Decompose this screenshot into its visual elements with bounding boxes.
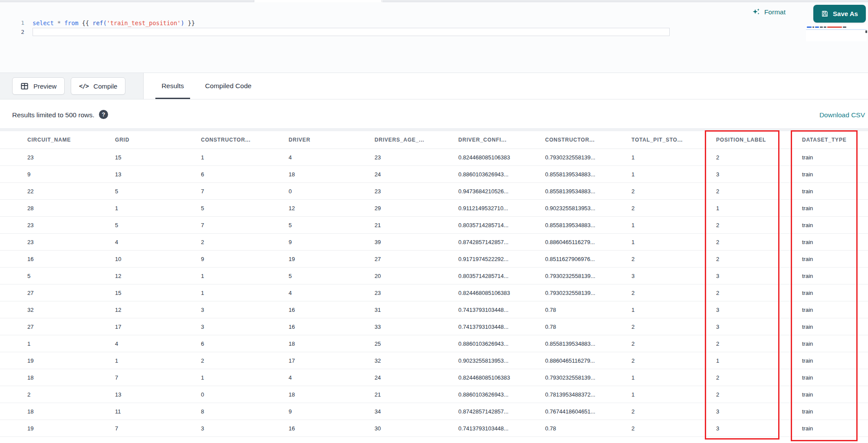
table-cell: 0.7930232558139...	[539, 268, 626, 284]
table-cell: 2	[626, 403, 710, 420]
table-cell: 3	[710, 166, 796, 182]
table-cell: 1	[626, 217, 710, 233]
table-cell: train	[796, 301, 868, 318]
table-row: 3212316310.7413793103448...0.7813train	[0, 301, 868, 318]
column-header: DATASET_TYPE	[796, 131, 868, 149]
table-cell: 2	[195, 234, 283, 250]
format-label: Format	[764, 8, 786, 16]
format-button[interactable]: Format	[752, 8, 786, 16]
table-cell: 0.78	[539, 420, 626, 436]
code-lines[interactable]: 1select * from {{ ref('train_test_positi…	[0, 18, 807, 36]
results-table: CIRCUIT_NAMEGRIDCONSTRUCTOR...DRIVERDRIV…	[0, 131, 868, 437]
preview-button[interactable]: Preview	[12, 77, 65, 95]
table-cell: 27	[22, 284, 109, 301]
gutter-cell	[0, 420, 22, 436]
minimap-active-line	[806, 29, 867, 30]
table-cell: 4	[283, 369, 369, 386]
gutter-cell	[0, 318, 22, 335]
table-cell: 12	[109, 268, 195, 284]
table-cell: 18	[283, 166, 369, 182]
table-row: 271514230.8244680851063830.7930232558139…	[0, 284, 868, 301]
table-cell: 1	[22, 335, 109, 352]
table-cell: 0.8860103626943...	[453, 166, 539, 182]
table-cell: 33	[369, 318, 453, 335]
table-cell: 0.8860465116279...	[539, 234, 626, 250]
table-cell: 0.8860465116279...	[539, 352, 626, 369]
column-header: CIRCUIT_NAME	[22, 131, 109, 149]
table-cell: 0.9473684210526...	[453, 183, 539, 199]
table-cell: 17	[283, 352, 369, 369]
table-cell: 4	[109, 335, 195, 352]
gutter-cell	[0, 386, 22, 403]
table-cell: train	[796, 251, 868, 267]
table-cell: 9	[22, 166, 109, 182]
table-cell: 3	[195, 420, 283, 436]
gutter-cell	[0, 217, 22, 233]
table-cell: 0.7930232558139...	[539, 369, 626, 386]
code-content[interactable]	[33, 28, 670, 36]
save-as-button[interactable]: Save As	[813, 5, 866, 23]
table-cell: 2	[626, 284, 710, 301]
table-row: 213018210.8860103626943...0.781395348837…	[0, 386, 868, 403]
table-cell: 18	[22, 403, 109, 420]
column-header: DRIVER_CONFI...	[453, 131, 539, 149]
table-row: 913618240.8860103626943...0.855813953488…	[0, 166, 868, 183]
download-csv-link[interactable]: Download CSV	[819, 111, 865, 119]
tab-results[interactable]: Results	[155, 73, 190, 99]
table-cell: 5	[109, 183, 195, 199]
gutter-cell	[0, 403, 22, 420]
table-cell: 32	[369, 352, 453, 369]
code-icon: </>	[79, 83, 89, 89]
editor-minimap[interactable]	[806, 25, 867, 41]
table-cell: 0.9112149532710...	[453, 200, 539, 216]
table-cell: 7	[195, 217, 283, 233]
table-cell: 29	[369, 200, 453, 216]
table-cell: 7	[109, 420, 195, 436]
table-cell: 23	[22, 217, 109, 233]
editor-scrollbar-thumb[interactable]	[865, 30, 867, 33]
table-row: 23429390.8742857142857...0.8860465116279…	[0, 234, 868, 251]
table-cell: 0.8558139534883...	[539, 217, 626, 233]
table-cell: 0.824468085106383	[453, 149, 539, 165]
table-cell: 10	[109, 251, 195, 267]
table-cell: 0.8860103626943...	[453, 335, 539, 352]
table-cell: 6	[195, 335, 283, 352]
results-body: 231514230.8244680851063830.7930232558139…	[0, 149, 868, 437]
table-cell: 3	[195, 301, 283, 318]
preview-label: Preview	[33, 83, 56, 90]
table-cell: 4	[283, 149, 369, 165]
table-cell: 17	[109, 318, 195, 335]
table-cell: 9	[195, 251, 283, 267]
tab-compiled-code-label: Compiled Code	[205, 82, 252, 90]
table-cell: 7	[109, 369, 195, 386]
table-cell: 3	[710, 318, 796, 335]
table-cell: 0.7413793103448...	[453, 318, 539, 335]
code-line[interactable]: 1select * from {{ ref('train_test_positi…	[0, 19, 807, 27]
compile-button[interactable]: </> Compile	[71, 77, 125, 95]
table-cell: 2	[710, 217, 796, 233]
table-cell: 2	[626, 420, 710, 436]
table-cell: 2	[22, 386, 109, 403]
table-cell: 18	[283, 335, 369, 352]
table-cell: 2	[710, 335, 796, 352]
table-cell: 1	[195, 284, 283, 301]
table-cell: 1	[195, 149, 283, 165]
table-cell: 3	[626, 268, 710, 284]
column-header: DRIVER	[283, 131, 369, 149]
table-cell: 0.8035714285714...	[453, 268, 539, 284]
table-cell: 3	[710, 301, 796, 318]
table-cell: 19	[22, 420, 109, 436]
table-cell: 0.78	[539, 301, 626, 318]
table-cell: 23	[22, 149, 109, 165]
code-content[interactable]: select * from {{ ref('train_test_positio…	[33, 20, 195, 26]
gutter-cell	[0, 369, 22, 386]
table-row: 231514230.8244680851063830.7930232558139…	[0, 149, 868, 166]
table-cell: 16	[283, 301, 369, 318]
tab-compiled-code[interactable]: Compiled Code	[203, 73, 253, 99]
table-cell: 2	[195, 352, 283, 369]
table-cell: 20	[369, 268, 453, 284]
code-line[interactable]: 2	[0, 28, 807, 36]
help-icon[interactable]: ?	[99, 110, 108, 119]
sql-editor[interactable]: Format Save As 1select * from {{ ref('tr…	[0, 2, 868, 73]
table-cell: train	[796, 200, 868, 216]
